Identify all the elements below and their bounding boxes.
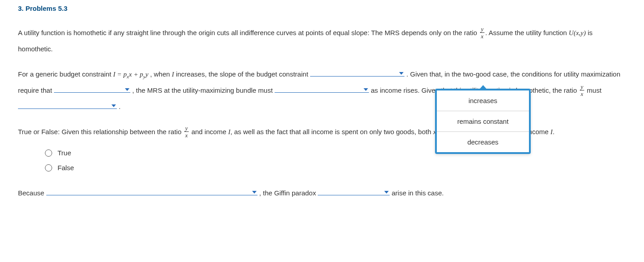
- text: For a generic budget constraint: [18, 70, 113, 78]
- section-heading: 3. Problems 5.3: [18, 5, 626, 12]
- chevron-down-icon: [125, 88, 129, 91]
- text: must: [587, 86, 602, 94]
- chevron-down-icon: [252, 191, 257, 194]
- question-container: 3. Problems 5.3 A utility function is ho…: [0, 0, 644, 224]
- text: increases, the slope of the budget const…: [174, 70, 310, 78]
- text: Because: [18, 189, 46, 197]
- dropdown-blank-3[interactable]: [275, 84, 369, 93]
- eq-part: y: [145, 71, 148, 78]
- numerator: y: [580, 84, 584, 90]
- text: True or False: Given this relationship b…: [18, 128, 183, 136]
- fraction-y-over-x: y x: [580, 84, 584, 97]
- numerator: y: [480, 26, 484, 33]
- text: A utility function is homothetic if any …: [18, 29, 479, 36]
- chevron-down-icon: [111, 104, 116, 107]
- intro-paragraph: A utility function is homothetic if any …: [18, 25, 626, 57]
- text: , the MRS at the utility-maximizing bund…: [132, 86, 275, 94]
- closing-paragraph: Because , the Giffin paradox arise in th…: [18, 185, 626, 201]
- text: . Assume the utility function: [485, 29, 569, 36]
- chevron-down-icon: [399, 72, 404, 75]
- dropdown-option-remains-constant[interactable]: remains constant: [437, 111, 529, 132]
- true-false-paragraph: True or False: Given this relationship b…: [18, 124, 626, 140]
- radio-label: True: [58, 149, 71, 157]
- text: , when: [150, 70, 172, 78]
- eq-part: x + p: [129, 71, 143, 78]
- numerator: y: [184, 125, 189, 132]
- dropdown-blank-1[interactable]: [310, 68, 404, 77]
- chevron-down-icon: [364, 88, 368, 91]
- text: , the Giffin paradox: [259, 189, 318, 197]
- true-false-options: True False: [45, 149, 626, 172]
- dropdown-blank-5[interactable]: [46, 187, 258, 195]
- text: and income: [191, 128, 228, 136]
- denominator: x: [480, 33, 484, 39]
- dropdown-blank-2[interactable]: [54, 84, 130, 93]
- chevron-down-icon: [384, 191, 389, 194]
- dropdown-popup: increases remains constant decreases: [435, 89, 531, 154]
- utility-function: U(x,y): [569, 29, 586, 36]
- fraction-y-over-x: y x: [480, 26, 484, 39]
- dropdown-blank-6[interactable]: [318, 187, 390, 195]
- radio-icon: [45, 149, 52, 157]
- radio-option-false[interactable]: False: [45, 164, 626, 172]
- text: arise in this case.: [392, 189, 444, 197]
- body-paragraph: For a generic budget constraint I = pxx …: [18, 66, 626, 115]
- dropdown-option-increases[interactable]: increases: [437, 90, 529, 111]
- text: .: [553, 128, 555, 136]
- text: , as well as the fact that all income is…: [231, 128, 433, 136]
- dropdown-option-decreases[interactable]: decreases: [437, 132, 529, 152]
- radio-icon: [45, 164, 52, 172]
- text: .: [119, 103, 120, 110]
- dropdown-blank-4[interactable]: [18, 100, 117, 109]
- fraction-y-over-x: y x: [184, 125, 189, 138]
- eq-part: I = p: [113, 71, 127, 78]
- equation: I = pxx + pyy: [113, 71, 150, 78]
- radio-option-true[interactable]: True: [45, 149, 626, 157]
- denominator: x: [184, 132, 189, 138]
- radio-label: False: [58, 164, 74, 172]
- denominator: x: [580, 90, 584, 97]
